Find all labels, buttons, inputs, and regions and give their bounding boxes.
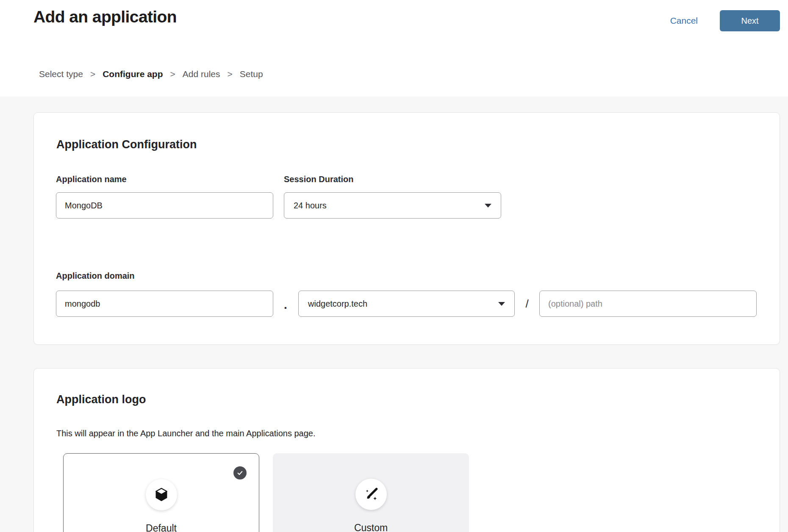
- domain-select[interactable]: widgetcorp.tech: [298, 291, 515, 317]
- domain-value: widgetcorp.tech: [308, 299, 367, 309]
- breadcrumb: Select type > Configure app > Add rules …: [39, 69, 263, 79]
- section-title-application-configuration: Application Configuration: [56, 138, 197, 151]
- domain-dot-separator: .: [279, 291, 292, 317]
- domain-slash-separator: /: [519, 291, 535, 317]
- selected-check-icon: [233, 466, 247, 479]
- section-title-application-logo: Application logo: [56, 393, 146, 406]
- page-title: Add an application: [33, 8, 177, 26]
- breadcrumb-separator: >: [170, 69, 175, 79]
- path-input[interactable]: [539, 291, 757, 317]
- next-button[interactable]: Next: [720, 10, 780, 31]
- session-duration-select[interactable]: 24 hours: [284, 192, 501, 219]
- breadcrumb-separator: >: [90, 69, 95, 79]
- breadcrumb-step-configure-app: Configure app: [103, 69, 163, 79]
- cancel-button[interactable]: Cancel: [670, 16, 698, 26]
- header-actions: Cancel Next: [670, 10, 780, 31]
- paintbrush-icon: [355, 479, 387, 510]
- application-logo-description: This will appear in the App Launcher and…: [56, 429, 316, 438]
- logo-option-label: Custom: [273, 522, 469, 532]
- application-name-label: Application name: [56, 175, 127, 184]
- session-duration-value: 24 hours: [294, 201, 327, 211]
- breadcrumb-separator: >: [227, 69, 232, 79]
- chevron-down-icon: [498, 302, 505, 306]
- application-name-input[interactable]: [56, 192, 273, 219]
- subdomain-input[interactable]: [56, 291, 273, 317]
- session-duration-label: Session Duration: [284, 175, 353, 184]
- chevron-down-icon: [485, 204, 491, 208]
- application-domain-label: Application domain: [56, 271, 135, 281]
- breadcrumb-step-select-type[interactable]: Select type: [39, 69, 83, 79]
- logo-option-label: Default: [64, 523, 259, 532]
- breadcrumb-step-add-rules: Add rules: [183, 69, 220, 79]
- breadcrumb-step-setup: Setup: [240, 69, 263, 79]
- application-configuration-card: Application Configuration Application na…: [33, 112, 780, 345]
- logo-option-default[interactable]: Default: [63, 453, 259, 532]
- cube-icon: [146, 479, 177, 510]
- application-logo-card: Application logo This will appear in the…: [33, 368, 780, 532]
- logo-option-custom[interactable]: Custom: [273, 453, 469, 532]
